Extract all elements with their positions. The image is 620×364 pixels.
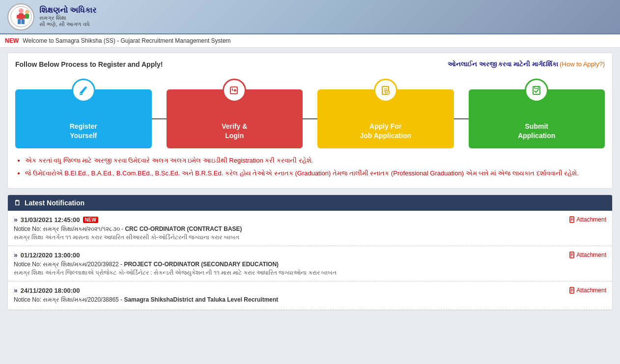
svg-rect-14 bbox=[535, 86, 538, 88]
main-content: Follow Below Process to Register and App… bbox=[0, 48, 620, 315]
notif-date-row-2: 01/12/2020 13:00:00 Attachment bbox=[14, 251, 606, 259]
notif-date-row-1: 31/03/2021 12:45:00 NEW Attachment bbox=[14, 216, 606, 224]
connector-2 bbox=[303, 118, 317, 119]
step-verify[interactable]: Verify &Login bbox=[167, 89, 303, 148]
notification-section: 🗒 Latest Notification 31/03/2021 12:45:0… bbox=[7, 195, 613, 310]
notif-date-3: 24/11/2020 18:00:00 bbox=[14, 286, 80, 294]
notif-notice-3: Notice No: સમગ્ર શિક્ષા/મકમ/2020/38865 -… bbox=[14, 296, 606, 303]
notif-desc-2: સમગ્ર શિક્ષા અંતર્ગત જિલ્લાક્ષાએ પ્રોજેક… bbox=[14, 269, 606, 276]
step-apply-label: Apply ForJob Application bbox=[360, 122, 411, 141]
bullet-notes: એક કરતાં વધુ જિલ્લા માટે અરજી કરવા ઉમેદવ… bbox=[15, 156, 605, 178]
marquee-text: Welcome to Samagra Shiksha (SS) - Gujara… bbox=[23, 37, 230, 44]
step-verify-icon bbox=[223, 79, 246, 102]
svg-rect-3 bbox=[17, 15, 19, 19]
notif-desc-1: સમગ્ર શિક્ષા અંતર્ગત ૧૧ માસના કરાર આધારિ… bbox=[14, 234, 606, 241]
follow-text: Follow Below Process to Register and App… bbox=[15, 60, 163, 68]
svg-point-7 bbox=[25, 10, 29, 14]
notification-item-3: 24/11/2020 18:00:00 Attachment Notice No… bbox=[8, 281, 612, 310]
svg-rect-2 bbox=[19, 13, 24, 19]
header-logo: શિક્ષણનો અધિકાર સમગ્ર શિક્ષા સૌ ભણે, સૌ … bbox=[7, 3, 96, 30]
process-box: Follow Below Process to Register and App… bbox=[7, 53, 613, 189]
logo-circle bbox=[7, 3, 34, 30]
steps-row: RegisterYourself Verify &Login bbox=[15, 76, 605, 148]
how-to-link[interactable]: (How to Apply?) bbox=[560, 60, 605, 68]
logo-svg bbox=[10, 6, 32, 28]
notif-date-row-3: 24/11/2020 18:00:00 Attachment bbox=[14, 286, 606, 294]
svg-rect-8 bbox=[25, 14, 29, 19]
svg-point-1 bbox=[19, 8, 24, 13]
step-submit-label: SubmitApplication bbox=[518, 122, 555, 141]
logo-subtitle1: સમગ્ર શિક્ષા bbox=[39, 15, 96, 21]
new-tag-1: NEW bbox=[83, 217, 98, 223]
step-register[interactable]: RegisterYourself bbox=[15, 89, 152, 148]
notif-notice-1: Notice No: સમગ્ર શિક્ષા/મકમ/૨૦૨૧/૧૨૮૩૦ -… bbox=[14, 225, 606, 232]
marquee-bar: NEW Welcome to Samagra Shiksha (SS) - Gu… bbox=[0, 34, 620, 48]
step-register-label: RegisterYourself bbox=[70, 122, 97, 141]
step-register-icon bbox=[72, 79, 95, 102]
attachment-link-2[interactable]: Attachment bbox=[569, 252, 606, 258]
step-submit-icon bbox=[525, 79, 548, 102]
logo-subtitle2: સૌ ભણે, સૌ આગળ વધે bbox=[39, 21, 96, 28]
process-header: Follow Below Process to Register and App… bbox=[15, 60, 605, 68]
how-to-apply: ઓનલાઈન અરજી કરવા માટેની માર્ગદર્શિકા (Ho… bbox=[448, 60, 605, 68]
connector-3 bbox=[454, 118, 469, 119]
notification-body[interactable]: 31/03/2021 12:45:00 NEW Attachment Notic… bbox=[8, 211, 612, 310]
notification-header: 🗒 Latest Notification bbox=[8, 195, 612, 211]
attachment-link-3[interactable]: Attachment bbox=[569, 287, 606, 294]
step-submit[interactable]: SubmitApplication bbox=[469, 89, 605, 148]
notification-item-2: 01/12/2020 13:00:00 Attachment Notice No… bbox=[8, 246, 612, 281]
how-to-gujarati: ઓનલાઈન અરજી કરવા માટેની માર્ગદર્શિકા bbox=[448, 60, 558, 68]
connector-1 bbox=[152, 118, 167, 119]
bullet-1: એક કરતાં વધુ જિલ્લા માટે અરજી કરવા ઉમેદવ… bbox=[25, 156, 605, 166]
new-badge: NEW bbox=[5, 37, 19, 44]
logo-title: શિક્ષણનો અધિકાર bbox=[39, 6, 96, 15]
logo-text: શિક્ષણનો અધિકાર સમગ્ર શિક્ષા સૌ ભણે, સૌ … bbox=[39, 6, 96, 28]
bullet-2: જે ઉમેદવારોએ B.El.Ed., B.A.Ed., B.Com.BE… bbox=[25, 168, 605, 178]
notification-header-title: Latest Notification bbox=[25, 199, 85, 207]
notification-header-icon: 🗒 bbox=[14, 199, 21, 207]
notification-item-1: 31/03/2021 12:45:00 NEW Attachment Notic… bbox=[8, 211, 612, 246]
notif-date-1: 31/03/2021 12:45:00 NEW bbox=[14, 216, 98, 224]
svg-rect-13 bbox=[533, 86, 540, 94]
attachment-link-1[interactable]: Attachment bbox=[569, 216, 606, 223]
notif-date-2: 01/12/2020 13:00:00 bbox=[14, 251, 80, 259]
step-verify-label: Verify &Login bbox=[222, 122, 247, 141]
step-apply[interactable]: Apply ForJob Application bbox=[317, 89, 454, 148]
step-apply-icon bbox=[374, 79, 397, 102]
notif-notice-2: Notice No: સમગ્ર શિક્ષા/મકમ/2020/39822 -… bbox=[14, 261, 606, 268]
header: શિક્ષણનો અધિકાર સમગ્ર શિક્ષા સૌ ભણે, સૌ … bbox=[0, 0, 620, 34]
